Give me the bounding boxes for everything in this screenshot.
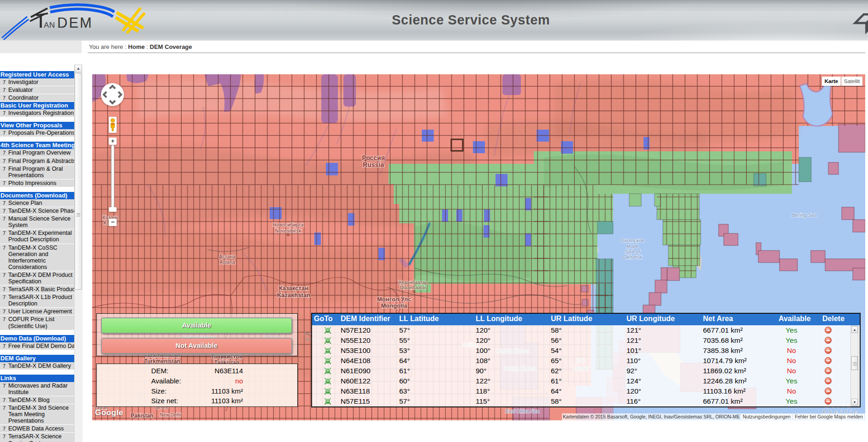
svg-text:Ulaanbaatar: Ulaanbaatar <box>400 285 426 290</box>
svg-text:Новосибирск: Новосибирск <box>273 222 304 227</box>
svg-text:Okhotsk: Okhotsk <box>623 254 642 260</box>
svg-text:море: море <box>626 243 638 249</box>
svg-text:AN: AN <box>44 21 55 30</box>
svg-text:Монгол Улс: Монгол Улс <box>377 296 411 303</box>
svg-text:DEM: DEM <box>57 15 93 31</box>
svg-text:Казакстан: Казакстан <box>279 285 308 292</box>
svg-text:Астана: Астана <box>219 254 236 259</box>
svg-text:Russia: Russia <box>363 161 384 168</box>
svg-text:Kazakhstan: Kazakhstan <box>277 292 310 299</box>
svg-text:Astana: Astana <box>219 259 236 265</box>
svg-text:Mongolia: Mongolia <box>381 302 407 309</box>
svg-text:Охотское: Охотское <box>620 238 644 243</box>
svg-text:New Delhi: New Delhi <box>160 412 181 418</box>
svg-text:Novosibirsk: Novosibirsk <box>275 228 301 233</box>
svg-text:Россия: Россия <box>362 154 385 161</box>
svg-text:Bering Sea: Bering Sea <box>792 212 817 218</box>
svg-text:Pakistan: Pakistan <box>130 412 153 419</box>
svg-text:East China Sea: East China Sea <box>506 408 539 414</box>
svg-text:Sea of: Sea of <box>625 249 640 254</box>
